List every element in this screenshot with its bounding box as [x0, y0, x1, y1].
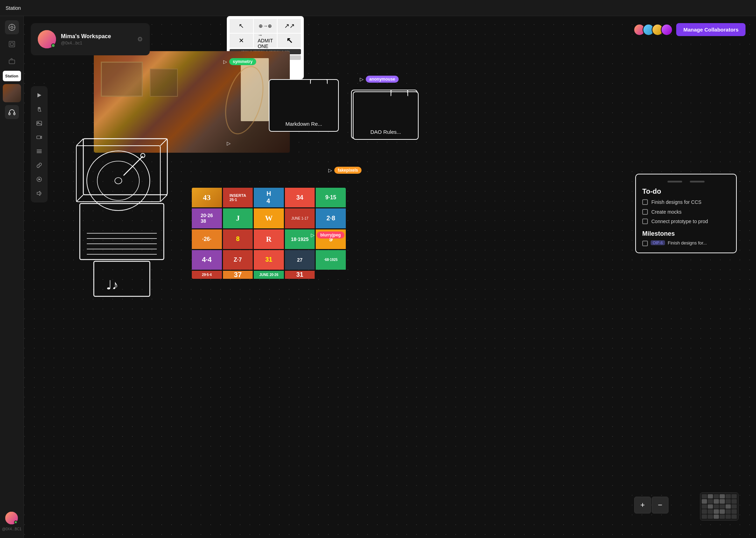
todo-item-1: Finish designs for CCS [642, 199, 730, 206]
minimap-block [732, 509, 737, 513]
svg-rect-7 [10, 43, 13, 46]
minimap-block [714, 504, 719, 509]
workspace-info: Mima's Workspace @0x4...bc1 [61, 33, 132, 46]
svg-line-25 [160, 195, 167, 202]
dao-rules-label: DAO Rules... [370, 129, 401, 135]
collaborators-section: Manage Collaborators [634, 23, 746, 36]
todo-text-3: Connect prototype to prod [651, 218, 708, 225]
todo-checkbox-2[interactable] [642, 209, 648, 215]
svg-text:♩♪: ♩♪ [106, 278, 118, 292]
minimap-block [702, 499, 707, 503]
ticket-cell: 20·2638 [192, 208, 222, 228]
svg-rect-6 [9, 41, 15, 47]
ticket-cell: ·26· [192, 229, 222, 249]
collaborator-avatars [634, 24, 673, 36]
settings-icon[interactable]: ⚙ [137, 35, 143, 43]
sidebar-thumbnail[interactable] [3, 84, 21, 102]
ticket-cell: ·68·1925 [316, 250, 346, 270]
markdown-card: Markdown Re... [269, 79, 339, 132]
minimap-block [702, 509, 707, 513]
todo-text-1: Finish designs for CCS [651, 199, 701, 206]
record-player-illustration: ♩♪ [73, 135, 178, 319]
milestone-checkbox-1[interactable] [642, 241, 648, 246]
ticket-cell: 31 [285, 271, 315, 279]
ticket-cell: W [254, 208, 284, 228]
todo-checkbox-3[interactable] [642, 219, 648, 224]
minimap-block [708, 494, 713, 498]
minimap-block [714, 494, 719, 498]
cursor-fakepixels: ▷ fakepixels [328, 167, 362, 174]
ticket-cell: H4 [254, 188, 284, 207]
cursor-arrow-symmetry: ▷ [223, 59, 227, 64]
sidebar-username: @0X4...BC1 [2, 527, 22, 531]
cursor-arrow-fakepixels: ▷ [328, 167, 332, 173]
ticket-cell: JUNE 1-17 [285, 208, 315, 228]
ticket-cell: R [254, 229, 284, 249]
svg-rect-12 [37, 121, 42, 125]
sidebar-icon-headphones[interactable] [5, 105, 19, 119]
milestone-tag-1: OIP-6 [651, 240, 665, 245]
minimap-block [720, 515, 725, 519]
zoom-out-button[interactable]: − [652, 497, 668, 513]
cursor-label-anonymouse: anonymouse [366, 76, 399, 83]
manage-collaborators-button[interactable]: Manage Collaborators [676, 23, 746, 36]
milestone-item-1: OIP-6 Finish designs for... [642, 240, 730, 246]
todo-text-2: Create mocks [651, 209, 681, 216]
svg-line-30 [124, 156, 143, 175]
markdown-card-label: Markdown Re... [285, 121, 322, 127]
tool-stack[interactable] [33, 145, 46, 158]
ticket-cell: INSERTA25·1 [223, 188, 253, 207]
svg-line-24 [76, 195, 83, 202]
cursor-arrow-anonymouse: ▷ [360, 76, 364, 82]
minimap-inner [700, 493, 738, 520]
minimap-block [708, 509, 713, 513]
minimap-block [702, 504, 707, 509]
todo-item-2: Create mocks [642, 209, 730, 216]
minimap-block [720, 494, 725, 498]
sidebar-icon-square[interactable] [5, 37, 19, 51]
minimap-block [732, 515, 737, 519]
workspace-card: Mima's Workspace @0x4...bc1 ⚙ [31, 23, 150, 55]
tool-volume[interactable] [33, 187, 46, 200]
tool-image[interactable] [33, 117, 46, 130]
tool-circle-play[interactable] [33, 173, 46, 186]
cursor-anonymouse: ▷ anonymouse [360, 76, 399, 83]
sidebar-icon-briefcase[interactable] [5, 54, 19, 68]
ticket-cell: 31 [254, 250, 284, 270]
ticket-cell: 18·1925 [285, 229, 315, 249]
tool-play[interactable] [33, 89, 46, 102]
cursor-arrow-blurryjpeg: ▷ [311, 232, 315, 238]
ticket-cell: Z·7 [223, 250, 253, 270]
minimap-block [720, 509, 725, 513]
todo-checkbox-1[interactable] [642, 199, 648, 205]
sidebar-icon-compass[interactable] [5, 20, 19, 34]
minimap-block [708, 499, 713, 503]
todo-section-title: To-do [642, 187, 730, 195]
svg-rect-26 [76, 146, 160, 202]
app-title: Station [6, 5, 21, 11]
zoom-controls: + − [634, 497, 668, 513]
svg-marker-11 [37, 93, 41, 97]
tool-link[interactable] [33, 159, 46, 172]
zoom-in-button[interactable]: + [634, 497, 651, 513]
minimap-block [732, 499, 737, 503]
cursor-label-fakepixels: fakepixels [334, 167, 362, 174]
minimap-block [702, 515, 707, 519]
tool-film[interactable] [33, 131, 46, 144]
tool-hand[interactable] [33, 103, 46, 116]
dao-rules-card: DAO Rules... [353, 91, 419, 140]
sidebar-avatar[interactable] [5, 512, 18, 524]
main-canvas[interactable]: Mima's Workspace @0x4...bc1 ⚙ Manage Col… [24, 16, 756, 538]
minimap-block [726, 499, 731, 503]
svg-marker-20 [37, 191, 40, 195]
todo-item-3: Connect prototype to prod [642, 218, 730, 225]
milestone-text-1: Finish designs for... [668, 240, 707, 246]
minimap-block [726, 515, 731, 519]
svg-point-29 [115, 178, 122, 184]
minimap[interactable] [700, 492, 738, 520]
minimap-block [714, 499, 719, 503]
sidebar-station-badge[interactable]: Station [3, 71, 21, 81]
svg-marker-19 [38, 178, 41, 180]
ticket-cell: J [223, 208, 253, 228]
minimap-block [708, 515, 713, 519]
